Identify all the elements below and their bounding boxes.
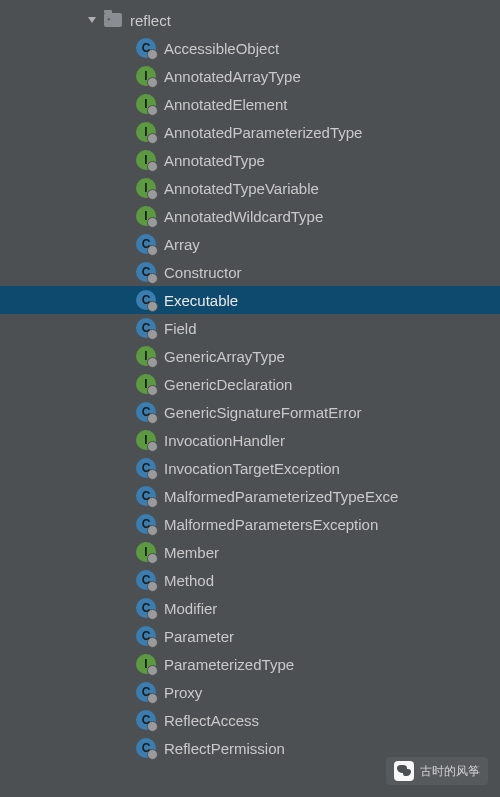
tree-item[interactable]: IAnnotatedParameterizedType: [0, 118, 500, 146]
interface-icon: I: [136, 542, 156, 562]
tree-item[interactable]: IParameterizedType: [0, 650, 500, 678]
tree-item[interactable]: CParameter: [0, 622, 500, 650]
tree-item[interactable]: CAccessibleObject: [0, 34, 500, 62]
tree-item-label: Executable: [164, 292, 238, 309]
interface-icon: I: [136, 178, 156, 198]
tree-item-label: AnnotatedParameterizedType: [164, 124, 362, 141]
tree-item-label: ReflectPermission: [164, 740, 285, 757]
tree-item-label: Constructor: [164, 264, 242, 281]
class-icon: C: [136, 38, 156, 58]
tree-item[interactable]: IAnnotatedTypeVariable: [0, 174, 500, 202]
tree-item[interactable]: CProxy: [0, 678, 500, 706]
class-icon: C: [136, 290, 156, 310]
tree-item-label: AnnotatedElement: [164, 96, 287, 113]
interface-icon: I: [136, 66, 156, 86]
tree-item[interactable]: IGenericArrayType: [0, 342, 500, 370]
tree-item[interactable]: CExecutable: [0, 286, 500, 314]
wechat-icon: [394, 761, 414, 781]
package-folder-icon: [104, 13, 122, 27]
interface-icon: I: [136, 430, 156, 450]
watermark-text: 古时的风筝: [420, 763, 480, 780]
tree-item[interactable]: CGenericSignatureFormatError: [0, 398, 500, 426]
tree-item[interactable]: IMember: [0, 538, 500, 566]
project-tree: reflect CAccessibleObjectIAnnotatedArray…: [0, 0, 500, 762]
tree-item-label: GenericSignatureFormatError: [164, 404, 362, 421]
tree-item-label: AnnotatedType: [164, 152, 265, 169]
class-icon: C: [136, 234, 156, 254]
class-icon: C: [136, 458, 156, 478]
tree-item-label: MalformedParametersException: [164, 516, 378, 533]
class-icon: C: [136, 486, 156, 506]
tree-item-label: Method: [164, 572, 214, 589]
tree-item-label: InvocationHandler: [164, 432, 285, 449]
tree-item-label: Field: [164, 320, 197, 337]
tree-item[interactable]: IAnnotatedType: [0, 146, 500, 174]
package-label: reflect: [130, 12, 171, 29]
tree-item[interactable]: IAnnotatedWildcardType: [0, 202, 500, 230]
tree-item[interactable]: CMethod: [0, 566, 500, 594]
interface-icon: I: [136, 374, 156, 394]
tree-item-label: Proxy: [164, 684, 202, 701]
class-icon: C: [136, 598, 156, 618]
tree-item-label: ReflectAccess: [164, 712, 259, 729]
tree-item-label: GenericDeclaration: [164, 376, 292, 393]
tree-item[interactable]: IAnnotatedArrayType: [0, 62, 500, 90]
tree-item-label: AnnotatedArrayType: [164, 68, 301, 85]
tree-item-label: Parameter: [164, 628, 234, 645]
tree-item-label: Member: [164, 544, 219, 561]
tree-item[interactable]: IAnnotatedElement: [0, 90, 500, 118]
package-row-reflect[interactable]: reflect: [0, 6, 500, 34]
watermark: 古时的风筝: [386, 757, 488, 785]
interface-icon: I: [136, 94, 156, 114]
interface-icon: I: [136, 122, 156, 142]
class-icon: C: [136, 318, 156, 338]
class-icon: C: [136, 262, 156, 282]
tree-item[interactable]: CInvocationTargetException: [0, 454, 500, 482]
tree-item-label: AnnotatedTypeVariable: [164, 180, 319, 197]
expand-arrow-icon[interactable]: [88, 17, 96, 23]
tree-item-label: ParameterizedType: [164, 656, 294, 673]
tree-item[interactable]: CMalformedParametersException: [0, 510, 500, 538]
tree-item-label: Array: [164, 236, 200, 253]
interface-icon: I: [136, 654, 156, 674]
tree-item-label: MalformedParameterizedTypeExce: [164, 488, 398, 505]
tree-item[interactable]: CModifier: [0, 594, 500, 622]
class-icon: C: [136, 570, 156, 590]
tree-item[interactable]: IInvocationHandler: [0, 426, 500, 454]
class-icon: C: [136, 738, 156, 758]
tree-item[interactable]: CField: [0, 314, 500, 342]
tree-item-label: AccessibleObject: [164, 40, 279, 57]
tree-item[interactable]: CReflectAccess: [0, 706, 500, 734]
tree-item[interactable]: CArray: [0, 230, 500, 258]
tree-item-label: InvocationTargetException: [164, 460, 340, 477]
class-icon: C: [136, 626, 156, 646]
tree-item-label: GenericArrayType: [164, 348, 285, 365]
tree-item-label: AnnotatedWildcardType: [164, 208, 323, 225]
class-icon: C: [136, 710, 156, 730]
class-icon: C: [136, 514, 156, 534]
class-icon: C: [136, 682, 156, 702]
class-icon: C: [136, 402, 156, 422]
tree-item[interactable]: IGenericDeclaration: [0, 370, 500, 398]
tree-item-label: Modifier: [164, 600, 217, 617]
tree-item[interactable]: CConstructor: [0, 258, 500, 286]
tree-item[interactable]: CMalformedParameterizedTypeExce: [0, 482, 500, 510]
interface-icon: I: [136, 150, 156, 170]
interface-icon: I: [136, 206, 156, 226]
interface-icon: I: [136, 346, 156, 366]
